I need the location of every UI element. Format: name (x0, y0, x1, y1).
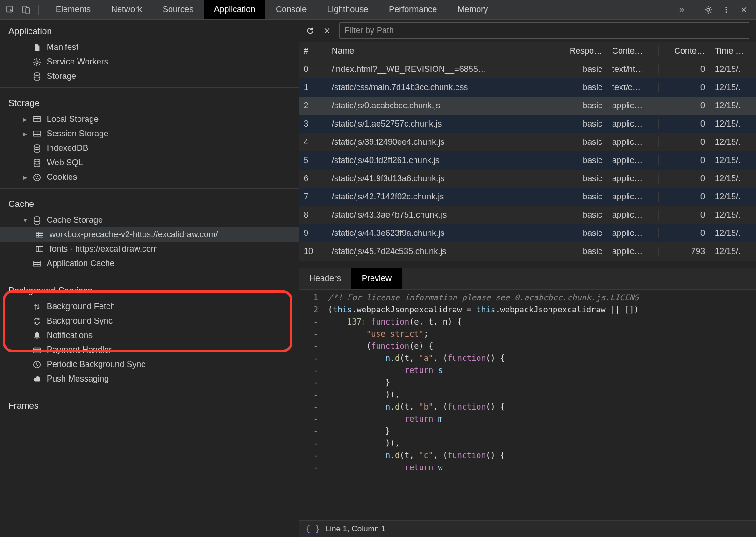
filter-input[interactable] (339, 22, 749, 39)
table-header-cell[interactable]: Respo… (556, 46, 607, 56)
table-row[interactable]: 2/static/js/0.acabcbcc.chunk.jsbasicappl… (299, 97, 756, 115)
table-row[interactable]: 3/static/js/1.ae52757c.chunk.jsbasicappl… (299, 115, 756, 133)
sidebar-item-label: Background Fetch (47, 302, 115, 311)
table-header-cell[interactable]: # (299, 46, 327, 56)
table-cell: 12/15/. (710, 192, 756, 202)
sidebar-item[interactable]: Background Sync (0, 314, 299, 328)
tab-network[interactable]: Network (101, 0, 152, 19)
tab-elements[interactable]: Elements (45, 0, 101, 19)
svg-point-13 (34, 174, 40, 180)
application-sidebar[interactable]: Application Manifest Service Workers Sto… (0, 20, 299, 537)
clear-icon[interactable] (322, 26, 332, 35)
svg-point-16 (36, 178, 37, 179)
separator (695, 5, 695, 15)
table-header-cell[interactable]: Conte… (659, 46, 710, 56)
preview-tab-preview[interactable]: Preview (351, 268, 402, 289)
sidebar-item-label: Service Workers (47, 57, 108, 67)
sidebar-item[interactable]: Application Cache (0, 256, 299, 271)
kebab-icon[interactable] (721, 5, 731, 14)
tab-application[interactable]: Application (204, 0, 265, 19)
table-cell: applic… (607, 101, 659, 111)
braces-icon[interactable]: { } (306, 524, 320, 534)
table-row[interactable]: 4/static/js/39.f2490ee4.chunk.jsbasicapp… (299, 133, 756, 151)
table-row[interactable]: 7/static/js/42.7142f02c.chunk.jsbasicapp… (299, 188, 756, 206)
sidebar-item[interactable]: Storage (0, 69, 299, 84)
tab-memory[interactable]: Memory (447, 0, 498, 19)
table-cell: /static/js/45.7d24c535.chunk.js (327, 247, 556, 256)
table-cell: /static/js/0.acabcbcc.chunk.js (327, 101, 556, 111)
table-header-cell[interactable]: Time … (710, 46, 756, 56)
table-cell: /static/js/39.f2490ee4.chunk.js (327, 137, 556, 147)
grid-icon (35, 230, 45, 240)
sidebar-item[interactable]: Web SQL (0, 155, 299, 170)
table-row[interactable]: 1/static/css/main.7d14b3cc.chunk.cssbasi… (299, 78, 756, 97)
sidebar-item[interactable]: Notifications (0, 328, 299, 343)
sidebar-item[interactable]: ▼Cache Storage (0, 213, 299, 227)
tab-performance[interactable]: Performance (378, 0, 447, 19)
preview-tab-headers[interactable]: Headers (299, 268, 351, 289)
table-cell: 0 (659, 119, 710, 129)
sidebar-item[interactable]: ▶Local Storage (0, 112, 299, 127)
tabs-left-icons (0, 0, 45, 19)
tab-lighthouse[interactable]: Lighthouse (317, 0, 378, 19)
table-cell: 0 (659, 137, 710, 147)
sidebar-item[interactable]: Payment Handler (0, 343, 299, 357)
table-header-cell[interactable]: Name (327, 46, 556, 56)
main-area: Application Manifest Service Workers Sto… (0, 20, 756, 537)
db-icon (32, 72, 42, 81)
sidebar-group-label: Frames (0, 394, 299, 415)
table-cell: /static/js/40.fd2ff261.chunk.js (327, 155, 556, 165)
sidebar-item[interactable]: Push Messaging (0, 372, 299, 386)
caret-icon[interactable]: ▶ (22, 174, 27, 181)
tab-console[interactable]: Console (265, 0, 317, 19)
refresh-icon[interactable] (306, 26, 315, 35)
sidebar-item[interactable]: fonts - https://excalidraw.com (0, 242, 299, 256)
table-row[interactable]: 8/static/js/43.3ae7b751.chunk.jsbasicapp… (299, 206, 756, 224)
sidebar-item[interactable]: ▶Cookies (0, 170, 299, 184)
table-row[interactable]: 9/static/js/44.3e623f9a.chunk.jsbasicapp… (299, 224, 756, 242)
sidebar-item[interactable]: IndexedDB (0, 141, 299, 155)
table-cell: basic (556, 174, 607, 184)
sidebar-item-label: Web SQL (47, 158, 83, 168)
sidebar-item[interactable]: workbox-precache-v2-https://excalidraw.c… (0, 227, 299, 242)
sidebar-item-label: Manifest (47, 42, 78, 52)
tab-sources[interactable]: Sources (152, 0, 204, 19)
sidebar-item[interactable]: Background Fetch (0, 299, 299, 314)
more-tabs-icon[interactable]: » (677, 5, 686, 14)
table-cell: /static/js/41.9f3d13a6.chunk.js (327, 174, 556, 184)
inspect-icon[interactable] (6, 5, 15, 14)
device-toggle-icon[interactable] (21, 5, 31, 14)
table-cell: applic… (607, 119, 659, 129)
table-cell: 0 (659, 64, 710, 74)
table-row[interactable]: 5/static/js/40.fd2ff261.chunk.jsbasicapp… (299, 151, 756, 170)
svg-point-15 (37, 176, 38, 177)
table-row[interactable]: 6/static/js/41.9f3d13a6.chunk.jsbasicapp… (299, 170, 756, 188)
sidebar-item-label: workbox-precache-v2-https://excalidraw.c… (50, 230, 218, 240)
preview-tabs: HeadersPreview (299, 268, 756, 290)
sidebar-item[interactable]: ▶Session Storage (0, 127, 299, 141)
sidebar-item-label: Cache Storage (47, 215, 103, 225)
table-row[interactable]: 0/index.html?__WB_REVISION__=6855…basict… (299, 60, 756, 78)
sidebar-item[interactable]: Manifest (0, 40, 299, 55)
code-preview[interactable]: 1 2 - - - - - - - - - - - - - /*! For li… (299, 290, 756, 520)
table-cell: 3 (299, 119, 327, 129)
svg-rect-23 (34, 349, 40, 350)
sidebar-item[interactable]: Service Workers (0, 55, 299, 69)
caret-icon[interactable]: ▼ (22, 217, 27, 224)
table-header-cell[interactable]: Conte… (607, 46, 659, 56)
table-cell: 8 (299, 210, 327, 220)
sidebar-item[interactable]: Periodic Background Sync (0, 357, 299, 372)
table-cell: basic (556, 192, 607, 202)
caret-icon[interactable]: ▶ (22, 116, 27, 123)
db-icon (32, 158, 42, 168)
spacer (22, 332, 27, 339)
grid-icon (32, 115, 42, 124)
settings-icon[interactable] (704, 5, 713, 14)
caret-icon[interactable]: ▶ (22, 131, 27, 137)
cache-toolbar (299, 20, 756, 42)
table-cell: basic (556, 83, 607, 92)
table-cell: basic (556, 210, 607, 220)
sidebar-item-label: Payment Handler (47, 345, 112, 355)
table-row[interactable]: 10/static/js/45.7d24c535.chunk.jsbasicap… (299, 242, 756, 261)
close-icon[interactable] (739, 5, 749, 14)
